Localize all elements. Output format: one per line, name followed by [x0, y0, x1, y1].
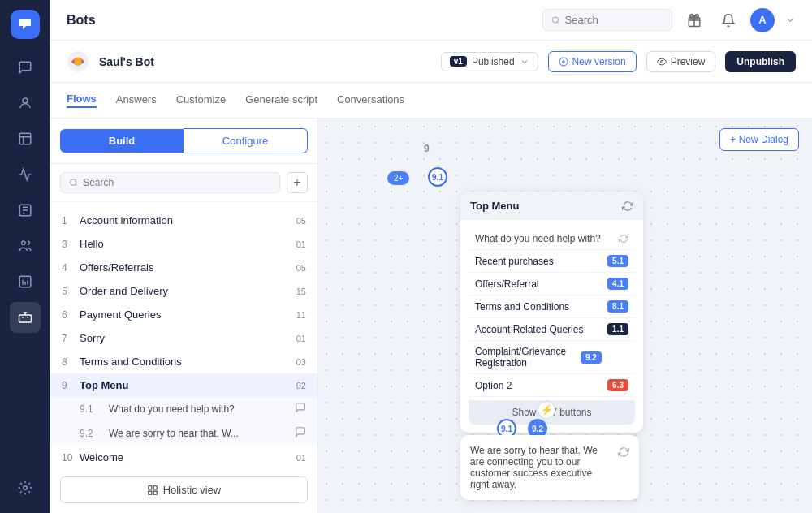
refresh-icon [622, 200, 633, 212]
list-item[interactable]: 4 Offers/Referrals 05 [50, 256, 317, 279]
nav-icon-contacts[interactable] [10, 88, 41, 119]
svg-point-13 [70, 179, 76, 185]
svg-point-12 [660, 60, 663, 63]
nav-icon-knowledge[interactable] [10, 195, 41, 226]
sync-icon [619, 234, 628, 244]
new-dialog-button[interactable]: + New Dialog [719, 128, 799, 151]
list-item[interactable]: 7 Sorry 01 [50, 326, 317, 350]
dialog-card-top-menu: Top Menu What do you need help with? Rec… [460, 192, 643, 433]
left-navigation [0, 0, 50, 513]
menu-item-account[interactable]: Account Related Queries 1.1 [469, 318, 635, 341]
list-item-top-menu[interactable]: 9 Top Menu 02 [50, 373, 317, 397]
nav-icon-bots[interactable] [10, 302, 41, 333]
tab-bar: Flows Answers Customize Generate script … [50, 83, 812, 119]
dialog-header: Top Menu [460, 192, 643, 220]
app-logo [11, 10, 40, 39]
message-icon [295, 402, 306, 416]
tab-flows[interactable]: Flows [67, 93, 97, 108]
svg-point-3 [22, 241, 26, 245]
menu-item-option2[interactable]: Option 2 6.3 [469, 374, 635, 397]
menu-item-terms[interactable]: Terms and Conditions 8.1 [469, 295, 635, 318]
tab-answers[interactable]: Answers [116, 93, 157, 107]
nav-icon-users[interactable] [10, 231, 41, 261]
build-button[interactable]: Build [60, 129, 184, 153]
chevron-down-icon [520, 57, 529, 67]
dialog-question: What do you need help with? [469, 228, 635, 250]
add-flow-button[interactable]: + [287, 172, 308, 193]
lightning-icon: ⚡ [538, 401, 555, 419]
flow-list: 1 Account information 05 3 Hello 01 4 Of… [50, 202, 317, 467]
list-item[interactable]: 10 Welcome 01 [50, 446, 317, 467]
list-item[interactable]: 5 Order and Delivery 15 [50, 279, 317, 303]
search-input[interactable] [565, 14, 663, 26]
step-9-label: 9 [424, 143, 430, 154]
node-9-1: 9.1 [428, 167, 447, 187]
list-item[interactable]: 6 Payment Queries 11 [50, 303, 317, 326]
search-box[interactable] [542, 9, 672, 31]
menu-item-offers-referral[interactable]: Offers/Referral 4.1 [469, 273, 635, 295]
gift-icon[interactable] [682, 8, 706, 32]
svg-point-7 [552, 17, 558, 23]
configure-button[interactable]: Configure [184, 128, 308, 153]
version-label: Published [472, 56, 515, 67]
canvas: + New Dialog 9 2+ 9.1 Top Menu What do y… [318, 119, 812, 513]
nav-icon-campaigns[interactable] [10, 159, 41, 190]
nav-icon-inbox[interactable] [10, 123, 41, 154]
second-dialog-card: We are sorry to hear that. We are connec… [460, 435, 639, 500]
bot-header: Saul's Bot v1 Published New version Prev… [50, 41, 812, 83]
search-icon [551, 15, 560, 25]
list-item[interactable]: 8 Terms and Conditions 03 [50, 350, 317, 373]
second-card-text: We are sorry to hear that. We are connec… [470, 445, 629, 490]
svg-rect-1 [19, 133, 31, 144]
content-area: Build Configure + 1 Account information … [50, 119, 812, 513]
search-icon [69, 178, 78, 188]
svg-rect-5 [19, 315, 32, 322]
build-configure-toolbar: Build Configure [50, 119, 317, 164]
avatar[interactable]: A [750, 8, 775, 32]
nav-icon-reports[interactable] [10, 266, 41, 297]
sub-item-9-1[interactable]: 9.1 What do you need help with? [50, 397, 317, 421]
nav-icon-settings[interactable] [10, 472, 41, 503]
topbar: Bots A [50, 0, 812, 41]
dropdown-icon[interactable] [784, 8, 796, 32]
dialog-body: What do you need help with? Recent purch… [460, 220, 643, 433]
sub-item-9-2[interactable]: 9.2 We are sorry to hear that. W... [50, 421, 317, 446]
nav-icon-chat[interactable] [10, 52, 41, 83]
version-selector[interactable]: v1 Published [441, 52, 538, 71]
sidebar-search-input[interactable] [83, 177, 271, 188]
bell-icon[interactable] [716, 8, 741, 32]
list-item[interactable]: 1 Account information 05 [50, 209, 317, 232]
svg-point-0 [23, 98, 28, 103]
tab-conversations[interactable]: Conversations [337, 93, 404, 107]
plus-icon [559, 57, 568, 67]
holistic-view-button[interactable]: Holistic view [60, 476, 308, 503]
bot-name: Saul's Bot [99, 55, 431, 68]
svg-point-6 [24, 486, 28, 490]
sidebar-search-row: + [50, 164, 317, 202]
unpublish-button[interactable]: Unpublish [725, 51, 796, 72]
menu-item-complaint[interactable]: Complaint/Grievance Registration 9.2 [469, 341, 635, 374]
message-icon [295, 426, 306, 441]
main-content: Bots A Saul's Bot v1 Published [50, 0, 812, 513]
bot-logo [67, 50, 89, 73]
preview-button[interactable]: Preview [646, 51, 716, 72]
holistic-icon [147, 485, 158, 496]
new-version-button[interactable]: New version [548, 51, 637, 72]
svg-point-10 [74, 58, 82, 66]
sync-icon-2 [618, 446, 629, 458]
list-item[interactable]: 3 Hello 01 [50, 232, 317, 256]
eye-icon [657, 57, 667, 67]
tab-generate-script[interactable]: Generate script [245, 93, 317, 107]
sidebar: Build Configure + 1 Account information … [50, 119, 318, 513]
menu-item-recent-purchases[interactable]: Recent purchases 5.1 [469, 250, 635, 273]
page-title: Bots [67, 13, 533, 28]
arrow-badge: 2+ [387, 171, 409, 185]
version-num: v1 [450, 56, 467, 67]
tab-customize[interactable]: Customize [176, 93, 226, 107]
sidebar-search[interactable] [60, 172, 280, 193]
